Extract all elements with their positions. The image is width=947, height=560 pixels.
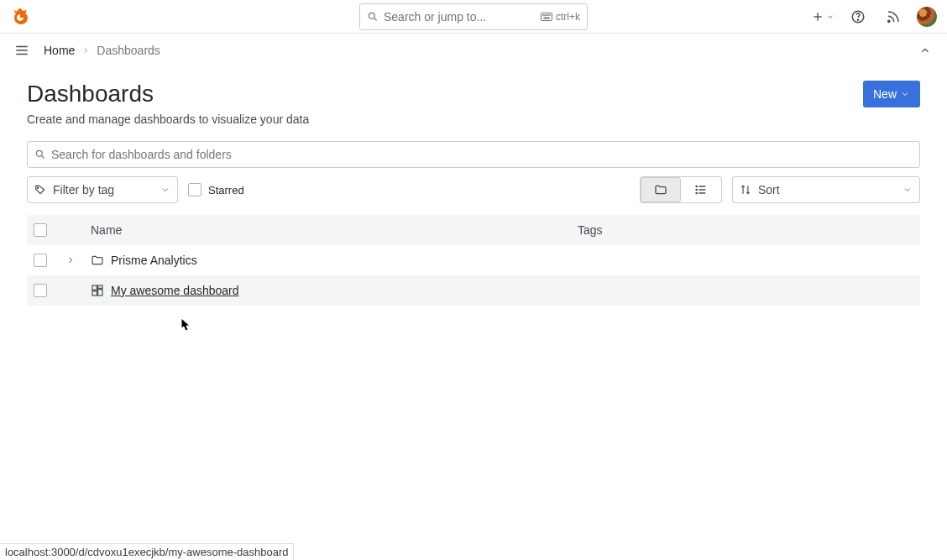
svg-rect-26 bbox=[92, 285, 97, 290]
svg-point-7 bbox=[549, 14, 550, 15]
chevron-down-icon bbox=[903, 185, 913, 195]
view-list-button[interactable] bbox=[681, 177, 721, 202]
chevron-down-icon bbox=[900, 89, 910, 99]
svg-rect-29 bbox=[92, 291, 97, 296]
status-bar-url: localhost:3000/d/cdvoxu1execjkb/my-aweso… bbox=[0, 543, 294, 560]
sort-label: Sort bbox=[758, 183, 780, 196]
row-name-text: Prisme Analytics bbox=[111, 254, 197, 267]
dashboard-search-input[interactable] bbox=[51, 148, 913, 161]
svg-rect-8 bbox=[544, 18, 549, 18]
global-search-input[interactable] bbox=[384, 10, 536, 24]
global-search[interactable]: ctrl+k bbox=[359, 3, 588, 30]
expand-toggle[interactable] bbox=[60, 255, 81, 265]
table-header: Name Tags bbox=[27, 215, 920, 245]
starred-checkbox[interactable] bbox=[188, 183, 201, 196]
menu-toggle-button[interactable] bbox=[10, 39, 34, 62]
toolbar: Filter by tag Starred bbox=[27, 141, 920, 203]
svg-point-19 bbox=[37, 187, 38, 188]
sort-icon bbox=[740, 184, 751, 196]
user-avatar[interactable] bbox=[917, 7, 937, 27]
breadcrumb-bar: Home Dashboards bbox=[0, 34, 947, 67]
select-all-checkbox[interactable] bbox=[34, 223, 47, 237]
svg-point-17 bbox=[36, 150, 42, 156]
page-header: Dashboards Create and manage dashboards … bbox=[27, 81, 920, 126]
keyboard-shortcut: ctrl+k bbox=[541, 11, 580, 23]
svg-point-12 bbox=[857, 19, 858, 20]
svg-point-3 bbox=[542, 14, 543, 15]
row-name-folder[interactable]: Prisme Analytics bbox=[81, 254, 578, 267]
dashboard-search[interactable] bbox=[27, 141, 920, 168]
row-name-dashboard[interactable]: My awesome dashboard bbox=[81, 284, 578, 297]
svg-rect-28 bbox=[98, 290, 102, 296]
svg-point-4 bbox=[544, 14, 545, 15]
svg-point-25 bbox=[696, 192, 697, 193]
search-icon bbox=[367, 11, 379, 23]
svg-point-5 bbox=[546, 14, 547, 15]
breadcrumb: Home Dashboards bbox=[44, 44, 160, 57]
starred-filter[interactable]: Starred bbox=[188, 183, 244, 196]
row-name-text: My awesome dashboard bbox=[111, 284, 239, 297]
new-button-label: New bbox=[873, 87, 897, 101]
page-title: Dashboards bbox=[27, 81, 309, 107]
top-bar: ctrl+k bbox=[0, 0, 947, 34]
svg-rect-2 bbox=[541, 13, 552, 20]
chevron-right-icon bbox=[81, 46, 90, 55]
svg-point-24 bbox=[696, 189, 697, 190]
page-subtitle: Create and manage dashboards to visualiz… bbox=[27, 113, 309, 126]
svg-line-1 bbox=[374, 18, 377, 20]
svg-line-18 bbox=[42, 156, 44, 159]
dashboards-table: Name Tags Prisme Analytics bbox=[27, 215, 920, 306]
tag-icon bbox=[34, 184, 46, 196]
page-content: Dashboards Create and manage dashboards … bbox=[0, 67, 947, 319]
svg-point-0 bbox=[369, 13, 374, 18]
filters-row: Filter by tag Starred bbox=[27, 176, 920, 203]
breadcrumb-home[interactable]: Home bbox=[44, 44, 75, 57]
keyboard-icon bbox=[541, 13, 552, 21]
column-name: Name bbox=[60, 223, 578, 237]
row-checkbox[interactable] bbox=[34, 254, 47, 267]
table-row: My awesome dashboard bbox=[27, 275, 920, 306]
help-button[interactable] bbox=[846, 5, 870, 29]
starred-label: Starred bbox=[208, 184, 244, 196]
kiosk-toggle-button[interactable] bbox=[913, 39, 937, 62]
breadcrumb-current: Dashboards bbox=[97, 44, 160, 57]
column-tags: Tags bbox=[578, 223, 913, 237]
shortcut-text: ctrl+k bbox=[556, 11, 580, 23]
view-folders-button[interactable] bbox=[641, 177, 681, 202]
table-row: Prisme Analytics bbox=[27, 245, 920, 275]
sort-select[interactable]: Sort bbox=[732, 176, 920, 203]
dashboard-icon bbox=[91, 284, 104, 297]
svg-point-6 bbox=[547, 14, 548, 15]
row-checkbox[interactable] bbox=[34, 284, 47, 297]
filter-by-tag-select[interactable]: Filter by tag bbox=[27, 176, 178, 203]
grafana-logo-icon[interactable] bbox=[10, 7, 30, 27]
chevron-down-icon bbox=[160, 185, 170, 195]
svg-point-23 bbox=[696, 186, 697, 186]
svg-rect-27 bbox=[98, 285, 102, 288]
top-right-icons bbox=[811, 5, 937, 29]
filter-tag-label: Filter by tag bbox=[53, 183, 114, 196]
search-icon bbox=[34, 149, 46, 160]
add-menu-button[interactable] bbox=[811, 5, 835, 29]
folder-icon bbox=[91, 254, 104, 267]
view-toggle bbox=[640, 176, 722, 203]
news-button[interactable] bbox=[882, 5, 905, 29]
svg-point-13 bbox=[888, 20, 890, 22]
mouse-cursor-icon bbox=[177, 317, 192, 336]
new-button[interactable]: New bbox=[863, 81, 920, 107]
